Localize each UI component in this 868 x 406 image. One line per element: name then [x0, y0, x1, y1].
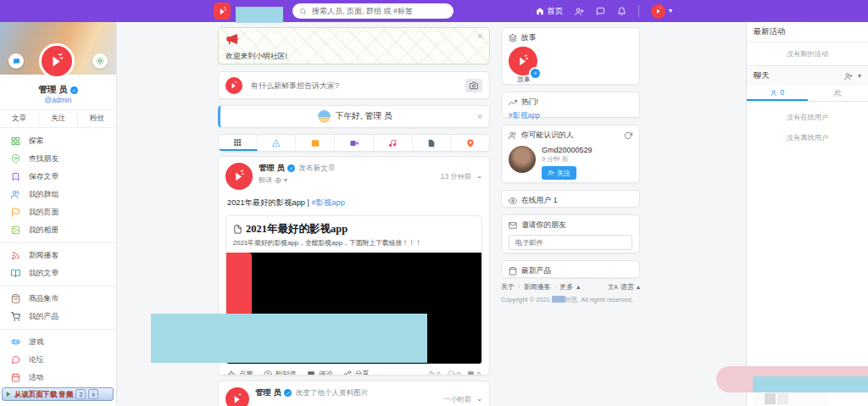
like-button[interactable]: 点赞	[227, 370, 253, 375]
follow-button[interactable]: 关注	[542, 166, 576, 180]
sidebar-item-my-groups[interactable]: 我的群组	[0, 186, 116, 203]
tab-all-posts[interactable]	[219, 135, 258, 151]
camera-button[interactable]	[465, 79, 482, 92]
sidebar-item-events[interactable]: 活动	[0, 369, 116, 387]
add-group-icon[interactable]	[844, 72, 853, 81]
feed-post: 管理 员 ✓ 改变了他个人资料图片 一小时前 ⌄	[218, 381, 490, 406]
no-offline-users-text: 没有离线用户	[747, 133, 868, 142]
sidebar-item-forum[interactable]: 论坛	[0, 351, 116, 369]
activity-chat-panel: 最新活动 没有新的活动 聊天 ▾ 0 没有	[746, 22, 868, 406]
like-label: 点赞	[239, 370, 253, 375]
trending-up-icon	[509, 98, 517, 107]
caret-up-icon: ▴	[576, 284, 580, 291]
chat-header: 聊天 ▾	[747, 66, 868, 86]
wonder-button[interactable]: 想知道	[264, 370, 297, 375]
nav-home[interactable]: 首页	[536, 6, 563, 17]
tab-video-posts[interactable]	[335, 135, 374, 151]
post-text-plain: 2021年最好的影视app |	[227, 198, 312, 207]
profile-avatar[interactable]	[39, 43, 75, 79]
sidebar-item-blog[interactable]: 新闻播客	[0, 247, 116, 264]
store-icon	[11, 294, 20, 303]
footer-about-link[interactable]: 关于	[501, 282, 515, 292]
chevron-down-icon[interactable]: ▾	[858, 73, 861, 80]
sidebar-item-explore[interactable]: 探索	[0, 132, 116, 150]
message-button[interactable]	[8, 53, 24, 69]
comment-button[interactable]: 评论	[307, 370, 333, 375]
close-icon[interactable]: ✕	[476, 33, 483, 41]
dot-separator: ·	[554, 283, 557, 291]
chat-tab-groups[interactable]	[808, 86, 868, 101]
calendar-icon	[11, 373, 20, 382]
tab-music-posts[interactable]	[374, 135, 413, 151]
post-text: 2021年最好的影视app | #影视app	[219, 190, 489, 212]
brand-logo-icon	[47, 52, 66, 70]
chat-tab-contacts[interactable]: 0	[747, 86, 808, 101]
trending-title: 热门!	[521, 97, 538, 108]
avatar[interactable]	[225, 387, 249, 406]
download-close-button[interactable]: x	[88, 389, 98, 399]
notifications-icon[interactable]	[617, 7, 626, 16]
post-author[interactable]: 管理 员	[259, 163, 284, 174]
friend-requests-icon[interactable]	[575, 7, 584, 16]
comment-label: 评论	[319, 370, 333, 375]
close-icon[interactable]: ✕	[476, 114, 483, 121]
sidebar-item-my-pages[interactable]: 我的页面	[0, 203, 116, 221]
sidebar-item-find-friends[interactable]: 查找朋友	[0, 150, 116, 168]
site-logo[interactable]	[214, 3, 231, 19]
settings-button[interactable]	[92, 53, 108, 69]
footer-more-link[interactable]: 更多	[559, 282, 573, 292]
tab-file-posts[interactable]	[413, 135, 452, 151]
rss-icon	[11, 251, 20, 260]
tab-articles[interactable]: 文章	[0, 110, 39, 127]
menu-label: 商品集市	[29, 294, 58, 304]
like-count: 0	[427, 370, 441, 376]
document-icon	[233, 225, 242, 234]
search-input[interactable]	[310, 6, 447, 16]
account-menu[interactable]: ▾	[651, 4, 672, 19]
post-composer[interactable]	[218, 71, 490, 99]
menu-label: 探索	[29, 136, 44, 147]
download-count-button[interactable]: 2	[75, 389, 86, 399]
tab-text-posts[interactable]	[258, 135, 297, 151]
users-icon	[833, 89, 842, 97]
invite-email-field[interactable]	[509, 235, 632, 250]
copyright-line: Copyright © 2021 社区. All rights reserved…	[501, 296, 737, 304]
suggested-user-name[interactable]: Gmd20000529	[542, 146, 593, 154]
hashtag-link[interactable]: #影视app	[312, 198, 345, 207]
download-toolbar[interactable]: 从该页面下载 音频 2 x	[2, 387, 114, 401]
composer-input[interactable]	[249, 81, 459, 91]
share-button[interactable]: 分享	[343, 370, 370, 375]
sidebar-item-marketplace[interactable]: 商品集市	[0, 290, 116, 308]
profile-name-row: 管理 员 ✓	[0, 84, 116, 96]
post-options-icon[interactable]: ⌄	[476, 173, 482, 180]
sidebar-item-my-albums[interactable]: 我的相册	[0, 221, 116, 239]
trending-hashtag-link[interactable]: #影视app	[509, 111, 632, 121]
post-options-icon[interactable]: ⌄	[476, 396, 482, 403]
avatar[interactable]	[225, 163, 253, 190]
chevron-down-icon[interactable]: ▾	[284, 177, 287, 184]
sidebar-item-saved-posts[interactable]: 保存文章	[0, 168, 116, 186]
language-selector[interactable]: 文A 语言 ▴	[608, 282, 640, 292]
tab-following[interactable]: 关注	[39, 110, 78, 127]
email-input[interactable]	[514, 238, 627, 247]
tab-photo-posts[interactable]	[296, 135, 335, 151]
sidebar-item-my-products[interactable]: 我的产品	[0, 308, 116, 325]
sidebar-item-my-articles[interactable]: 我的文章	[0, 264, 116, 282]
post-author[interactable]: 管理 员	[255, 387, 281, 398]
music-note-icon	[388, 139, 397, 147]
translate-link[interactable]: 翻译	[259, 175, 272, 185]
sidebar-item-games[interactable]: 游戏	[0, 333, 116, 351]
global-search[interactable]	[292, 3, 453, 19]
profile-handle[interactable]: @admin	[0, 96, 116, 104]
online-users-widget: 在线用户 1	[501, 190, 640, 208]
footer-blog-link[interactable]: 新闻播客	[524, 282, 551, 292]
cart-icon	[11, 312, 20, 321]
tab-followers[interactable]: 粉丝	[78, 110, 116, 127]
avatar[interactable]	[509, 146, 536, 173]
gamepad-icon	[11, 337, 20, 347]
app-screen: 首页 ▾	[0, 0, 868, 406]
refresh-icon[interactable]	[624, 131, 632, 140]
messages-icon[interactable]	[596, 7, 605, 16]
tab-map-posts[interactable]	[451, 135, 489, 151]
chevron-down-icon: ▾	[669, 8, 672, 14]
